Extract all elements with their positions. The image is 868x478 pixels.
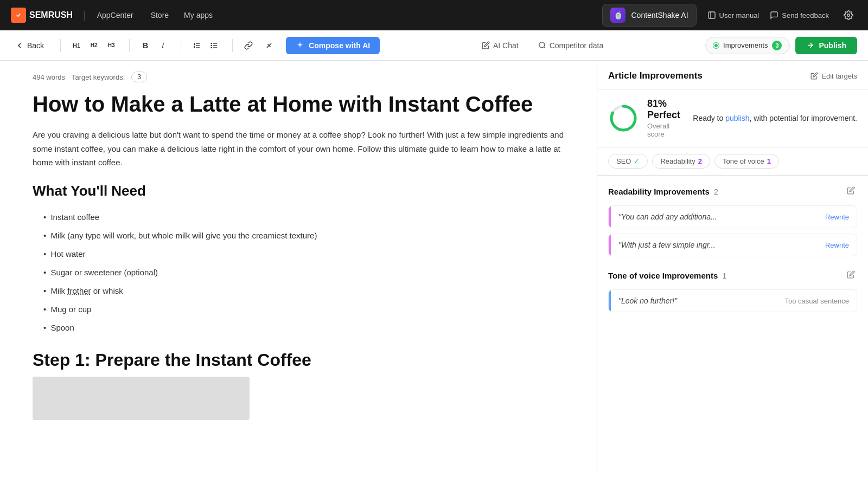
improvements-label: Improvements [723, 41, 768, 49]
unordered-list-icon [210, 41, 219, 50]
myapps-link[interactable]: My apps [177, 8, 219, 23]
nav-links: Store My apps [144, 8, 219, 23]
word-count-bar: 494 words Target keywords: 3 [33, 72, 564, 82]
editor-area[interactable]: 494 words Target keywords: 3 How to Make… [0, 61, 597, 478]
back-button[interactable]: Back [11, 38, 48, 53]
competitor-data-label: Competitor data [550, 41, 604, 50]
clear-format-button[interactable] [261, 38, 277, 53]
readability-quote-1: "You can add any additiona... [618, 212, 821, 221]
readability-edit-button[interactable] [845, 184, 857, 199]
score-publish-link[interactable]: publish [725, 114, 749, 122]
link-button[interactable] [240, 38, 257, 53]
toolbar-sep-3 [181, 39, 181, 52]
score-desc-suffix: , with potential for improvement. [750, 114, 857, 122]
edit-targets-button[interactable]: Edit targets [810, 72, 857, 80]
readability-tab-label: Readability [660, 157, 695, 165]
nav-actions: User manual Send feedback [707, 7, 857, 24]
compose-label: Compose with AI [309, 41, 370, 50]
ai-chat-tab[interactable]: AI Chat [473, 37, 527, 54]
italic-button[interactable]: I [155, 38, 171, 53]
readability-section: Readability Improvements 2 "You can add … [597, 176, 868, 266]
app-name: ContentShake AI [631, 11, 688, 20]
app-badge: 🍵 ContentShake AI [602, 4, 696, 27]
user-manual-btn[interactable]: User manual [707, 11, 760, 20]
card-content-2: "With just a few simple ingr... Rewrite [611, 234, 857, 256]
readability-tab[interactable]: Readability 2 [652, 154, 710, 169]
readability-rewrite-1[interactable]: Rewrite [825, 213, 849, 221]
tone-section: Tone of voice Improvements 1 "Look no fu… [597, 266, 868, 321]
score-area: 81% Perfect Overall score Ready to publi… [597, 89, 868, 147]
score-row: 81% Perfect Overall score Ready to publi… [608, 98, 857, 138]
score-circle-chart [608, 103, 639, 133]
h2-button[interactable]: H2 [86, 38, 102, 53]
tone-card-1: "Look no further!" Too casual sentence [608, 289, 857, 312]
image-placeholder [33, 377, 250, 420]
article-title: How to Make a Latte at Home with Instant… [33, 91, 564, 117]
heading-format-group: H1 H2 H3 [68, 38, 119, 53]
feedback-btn[interactable]: Send feedback [770, 11, 829, 20]
main-layout: 494 words Target keywords: 3 How to Make… [0, 61, 868, 478]
editor-toolbar: Back H1 H2 H3 B I Compose with AI AI Cha… [0, 30, 868, 61]
tone-section-count: 1 [722, 271, 726, 280]
bold-button[interactable]: B [137, 38, 154, 53]
svg-point-10 [211, 45, 212, 46]
improvement-tabs: SEO ✓ Readability 2 Tone of voice 1 [597, 147, 868, 176]
card-content-1: "You can add any additiona... Rewrite [611, 206, 857, 228]
search-icon [538, 41, 546, 49]
tone-title-text: Tone of voice Improvements [608, 271, 718, 280]
readability-count: 2 [698, 157, 702, 165]
text-format-group: B I [137, 38, 171, 53]
unordered-list-button[interactable] [206, 38, 222, 53]
score-desc-prefix: Ready to [693, 114, 725, 122]
publish-label: Publish [819, 41, 846, 50]
store-link[interactable]: Store [144, 8, 175, 23]
tone-of-voice-tab[interactable]: Tone of voice 1 [714, 154, 779, 169]
compose-btn[interactable]: Compose with AI [286, 37, 380, 54]
score-sublabel: Overall score [647, 122, 684, 138]
top-nav: SEMRUSH | AppCenter Store My apps 🍵 Cont… [0, 0, 868, 30]
ordered-list-button[interactable] [189, 38, 205, 53]
h1-button[interactable]: H1 [68, 38, 85, 53]
toolbar-center: AI Chat Competitor data [384, 37, 701, 54]
pencil-icon [482, 41, 490, 49]
link-icon [244, 41, 253, 50]
readability-section-title: Readability Improvements 2 [608, 187, 718, 196]
settings-btn[interactable] [840, 7, 857, 24]
semrush-text: SEMRUSH [29, 10, 73, 20]
tone-card-content-1: "Look no further!" Too casual sentence [611, 290, 857, 312]
readability-card-2: "With just a few simple ingr... Rewrite [608, 234, 857, 256]
ordered-list-icon [193, 41, 201, 50]
tone-quote-1: "Look no further!" [618, 296, 778, 305]
chat-icon [770, 11, 778, 20]
compose-icon [296, 41, 304, 50]
word-count: 494 words [33, 73, 65, 81]
section1-heading: What You'll Need [33, 183, 564, 199]
readability-rewrite-2[interactable]: Rewrite [825, 241, 849, 249]
panel-title: Article Improvements [608, 70, 703, 81]
list-item: Spoon [43, 319, 564, 337]
back-label: Back [27, 41, 44, 50]
clear-format-icon [265, 41, 273, 50]
section2-heading: Step 1: Prepare the Instant Coffee [33, 350, 564, 370]
article-intro: Are you craving a delicious latte but do… [33, 128, 564, 170]
tone-tab-label: Tone of voice [723, 157, 764, 165]
seo-check-icon: ✓ [634, 157, 640, 165]
improvements-button[interactable]: Improvements 3 [705, 37, 790, 54]
improvements-dot [713, 43, 719, 48]
ai-chat-label: AI Chat [493, 41, 519, 50]
tone-edit-button[interactable] [845, 268, 857, 283]
tone-label-1: Too casual sentence [784, 297, 849, 305]
brand-area: SEMRUSH | AppCenter [11, 8, 133, 23]
competitor-data-tab[interactable]: Competitor data [529, 37, 612, 54]
tone-section-header: Tone of voice Improvements 1 [608, 268, 857, 283]
seo-tab-label: SEO [616, 157, 631, 165]
publish-button[interactable]: Publish [795, 37, 857, 54]
panel-header: Article Improvements Edit targets [597, 61, 868, 89]
target-keywords-badge[interactable]: 3 [131, 72, 147, 82]
app-icon: 🍵 [610, 8, 626, 23]
h3-button[interactable]: H3 [103, 38, 119, 53]
toolbar-sep-1 [60, 39, 61, 52]
list-item: Instant coffee [43, 208, 564, 227]
toolbar-sep-4 [232, 39, 233, 52]
seo-tab[interactable]: SEO ✓ [608, 154, 648, 169]
